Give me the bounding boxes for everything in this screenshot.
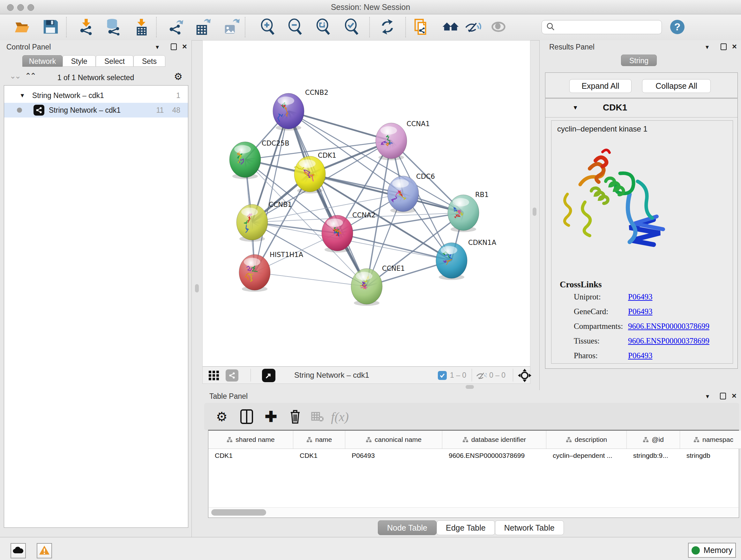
column-header-canonical-name[interactable]: canonical name — [345, 431, 442, 449]
tab-select[interactable]: Select — [96, 55, 133, 67]
search-input[interactable] — [558, 23, 662, 32]
save-session-button[interactable] — [41, 18, 60, 37]
left-splitter-grip[interactable] — [195, 284, 199, 293]
selected-indicator-checkbox[interactable] — [438, 371, 447, 380]
table-cell[interactable]: cyclin–dependent ... — [546, 449, 627, 462]
cloud-button[interactable] — [10, 543, 26, 558]
table-columns-icon[interactable] — [238, 408, 255, 425]
table-gear-icon[interactable]: ⚙ — [213, 408, 230, 425]
network-node-CDKN1A[interactable]: CDKN1A — [436, 239, 496, 280]
control-panel-close-icon[interactable]: ✕ — [182, 43, 187, 50]
warning-button[interactable] — [37, 543, 52, 558]
open-in-new-window-button[interactable] — [262, 369, 275, 382]
crosslink-link[interactable]: P06493 — [628, 293, 652, 301]
network-label: String Network – cdk1 — [49, 106, 121, 115]
export-image-button[interactable] — [222, 18, 241, 37]
table-hscrollbar-thumb[interactable] — [211, 509, 266, 516]
import-network-database-button[interactable] — [104, 18, 123, 37]
network-row-selected[interactable]: String Network – cdk1 11 48 — [4, 103, 188, 118]
tree-expand-icon[interactable]: ▼ — [19, 92, 25, 99]
network-node-RB1[interactable]: RB1 — [448, 191, 488, 232]
crosslink-link[interactable]: P06493 — [628, 307, 652, 316]
collapse-all-button[interactable]: Collapse All — [642, 79, 711, 93]
center-view-crosshair-icon[interactable] — [518, 369, 531, 383]
results-panel-menu-icon[interactable]: ▾ — [705, 44, 709, 51]
tab-network[interactable]: Network — [22, 55, 63, 67]
network-collection-row[interactable]: ▼ String Network – cdk1 1 — [4, 88, 188, 103]
table-hscrollbar[interactable] — [209, 507, 738, 517]
table-cell[interactable]: stringdb:9... — [627, 449, 680, 462]
column-header--id[interactable]: @id — [627, 431, 680, 449]
table-cell[interactable]: stringdb — [680, 449, 741, 462]
network-edge[interactable] — [255, 111, 288, 272]
table-delete-icon[interactable] — [286, 408, 304, 425]
network-edge[interactable] — [255, 272, 367, 287]
apply-layout-button[interactable] — [378, 18, 397, 37]
network-node-HIST1H1A[interactable]: HIST1H1A — [239, 251, 304, 292]
zoom-selected-button[interactable] — [343, 18, 361, 37]
graphics-details-button[interactable] — [441, 18, 460, 37]
crosslink-label: Pharos: — [574, 351, 628, 360]
tab-node-table[interactable]: Node Table — [378, 520, 436, 535]
network-edge[interactable] — [288, 111, 391, 141]
crosslink-link[interactable]: P06493 — [628, 351, 652, 360]
tab-edge-table[interactable]: Edge Table — [436, 520, 495, 535]
open-session-button[interactable] — [13, 18, 31, 37]
zoom-in-button[interactable] — [259, 18, 277, 37]
memory-button[interactable]: Memory — [688, 543, 736, 558]
network-node-CCNA1[interactable]: CCNA1 — [376, 120, 430, 160]
table-panel-float-icon[interactable] — [720, 393, 726, 401]
export-table-button[interactable] — [194, 18, 212, 37]
clone-network-button[interactable] — [413, 18, 431, 37]
control-panel-menu-icon[interactable]: ▾ — [156, 44, 159, 51]
column-header-name[interactable]: name — [293, 431, 345, 449]
right-splitter-grip[interactable] — [533, 207, 536, 216]
network-node-CDC6[interactable]: CDC6 — [387, 173, 435, 213]
hidden-eye-icon[interactable] — [476, 370, 487, 382]
zoom-out-button[interactable] — [286, 18, 305, 37]
network-edge[interactable] — [288, 111, 367, 287]
hide-selected-button[interactable] — [463, 18, 482, 37]
network-canvas[interactable]: CCNB2CCNA1CDC25BCDK1CDC6RB1CCNB1CCNA2CDK… — [202, 40, 530, 367]
column-header-shared-name[interactable]: shared name — [208, 431, 293, 449]
tab-string[interactable]: String — [621, 55, 657, 66]
network-share-icon[interactable] — [226, 369, 239, 381]
import-network-file-button[interactable] — [77, 18, 96, 37]
tab-style[interactable]: Style — [63, 55, 96, 67]
results-panel-float-icon[interactable] — [721, 44, 727, 51]
tab-sets[interactable]: Sets — [133, 55, 165, 67]
crosslink-link[interactable]: 9606.ENSP00000378699 — [628, 336, 710, 346]
export-network-button[interactable] — [166, 18, 185, 37]
attribute-icon — [366, 437, 372, 442]
table-panel-close-icon[interactable]: ✕ — [731, 392, 737, 399]
birdseye-grid-icon[interactable] — [208, 370, 219, 382]
column-header-database-identifier[interactable]: database identifier — [442, 431, 546, 449]
table-cell[interactable]: CDK1 — [208, 449, 293, 462]
horizontal-splitter-grip[interactable] — [466, 385, 474, 389]
node-label-CCNA1: CCNA1 — [407, 120, 430, 128]
table-panel-menu-icon[interactable]: ▾ — [706, 393, 709, 400]
column-header-description[interactable]: description — [546, 431, 627, 449]
expand-all-button[interactable]: Expand All — [569, 79, 631, 93]
network-node-CCNE1[interactable]: CCNE1 — [351, 265, 405, 306]
network-options-gear-icon[interactable]: ⚙ — [174, 71, 183, 82]
gene-collapse-icon[interactable]: ▼ — [572, 105, 578, 111]
network-node-CDC25B[interactable]: CDC25B — [229, 139, 289, 179]
show-hidden-button[interactable] — [489, 18, 508, 37]
memory-status-dot — [691, 546, 700, 555]
table-add-icon[interactable]: ✚ — [262, 408, 280, 425]
help-button[interactable]: ? — [670, 20, 684, 34]
table-cell[interactable]: P06493 — [345, 449, 442, 462]
zoom-fit-button[interactable] — [314, 18, 333, 37]
table-row[interactable]: CDK1CDK1P064939606.ENSP00000378699cyclin… — [208, 449, 741, 462]
crosslink-link[interactable]: 9606.ENSP00000378699 — [628, 322, 710, 331]
import-table-button[interactable] — [132, 18, 151, 37]
tab-network-table[interactable]: Network Table — [495, 520, 564, 535]
control-panel-float-icon[interactable] — [171, 44, 177, 51]
delete-table-icon — [309, 408, 326, 425]
network-node-CCNB2[interactable]: CCNB2 — [273, 89, 328, 131]
results-panel-close-icon[interactable]: ✕ — [732, 43, 737, 50]
table-cell[interactable]: 9606.ENSP00000378699 — [442, 449, 546, 462]
column-header-namespac[interactable]: namespac — [680, 431, 741, 449]
table-cell[interactable]: CDK1 — [293, 449, 345, 462]
